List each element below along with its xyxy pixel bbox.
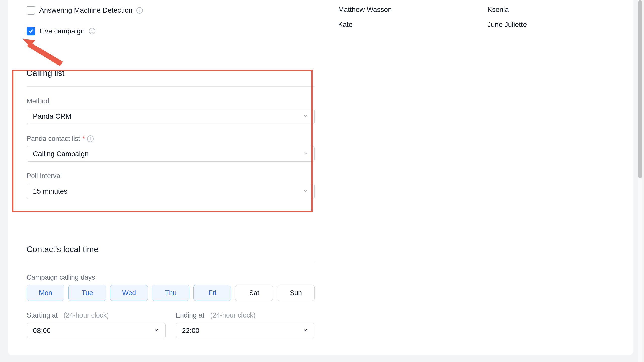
chevron-down-icon bbox=[303, 150, 308, 158]
required-star: * bbox=[82, 135, 85, 143]
method-label: Method bbox=[27, 97, 315, 105]
chevron-down-icon bbox=[303, 187, 308, 195]
method-select[interactable]: Panda CRM bbox=[27, 109, 315, 124]
agent-name[interactable]: June Juliette bbox=[487, 17, 527, 32]
day-toggle-sun[interactable]: Sun bbox=[277, 285, 315, 301]
day-toggle-mon[interactable]: Mon bbox=[27, 285, 64, 301]
amd-label: Answering Machine Detection bbox=[39, 6, 132, 14]
contact-list-field: Panda contact list * Calling Campaign bbox=[27, 135, 315, 162]
contact-list-select[interactable]: Calling Campaign bbox=[27, 146, 315, 162]
day-toggle-wed[interactable]: Wed bbox=[110, 285, 148, 301]
starting-at-field: Starting at (24-hour clock) 08:00 bbox=[27, 311, 166, 338]
agent-name[interactable]: Kate bbox=[338, 17, 392, 32]
info-icon[interactable] bbox=[89, 28, 95, 34]
divider bbox=[27, 86, 315, 87]
poll-interval-value: 15 minutes bbox=[33, 187, 67, 195]
live-campaign-label: Live campaign bbox=[39, 27, 85, 35]
scrollbar-thumb[interactable] bbox=[638, 0, 642, 178]
calling-days-label: Campaign calling days bbox=[27, 274, 315, 281]
section-title-local-time: Contact's local time bbox=[27, 245, 315, 254]
info-icon[interactable] bbox=[87, 135, 94, 142]
answering-machine-detection-row: Answering Machine Detection bbox=[27, 6, 143, 15]
live-campaign-checkbox[interactable] bbox=[27, 27, 35, 35]
ending-at-label: Ending at (24-hour clock) bbox=[176, 311, 314, 319]
divider bbox=[27, 263, 315, 263]
info-icon[interactable] bbox=[136, 7, 143, 14]
starting-at-select[interactable]: 08:00 bbox=[27, 323, 166, 338]
agent-name[interactable]: Matthew Wasson bbox=[338, 2, 392, 17]
day-toggle-tue[interactable]: Tue bbox=[68, 285, 106, 301]
day-toggle-sat[interactable]: Sat bbox=[235, 285, 273, 301]
starting-at-label: Starting at (24-hour clock) bbox=[27, 311, 166, 319]
settings-card: Answering Machine Detection Live campaig… bbox=[8, 0, 633, 355]
starting-at-value: 08:00 bbox=[33, 327, 51, 335]
amd-checkbox[interactable] bbox=[27, 6, 35, 15]
time-row: Starting at (24-hour clock) 08:00 Ending… bbox=[27, 311, 315, 338]
method-value: Panda CRM bbox=[33, 112, 71, 120]
ending-at-select[interactable]: 22:00 bbox=[176, 323, 314, 338]
chevron-down-icon bbox=[154, 327, 159, 335]
poll-interval-field: Poll interval 15 minutes bbox=[27, 172, 315, 199]
ending-at-value: 22:00 bbox=[182, 327, 199, 335]
chevron-down-icon bbox=[303, 112, 308, 120]
local-time-section: Contact's local time Campaign calling da… bbox=[27, 245, 315, 338]
calling-days-row: MonTueWedThuFriSatSun bbox=[27, 285, 315, 301]
method-field: Method Panda CRM bbox=[27, 97, 315, 124]
calling-list-section: Calling list Method Panda CRM Panda cont… bbox=[27, 68, 315, 199]
contact-list-value: Calling Campaign bbox=[33, 150, 89, 158]
contact-list-label: Panda contact list * bbox=[27, 135, 315, 143]
day-toggle-thu[interactable]: Thu bbox=[152, 285, 190, 301]
chevron-down-icon bbox=[303, 327, 308, 335]
day-toggle-fri[interactable]: Fri bbox=[193, 285, 231, 301]
ending-at-field: Ending at (24-hour clock) 22:00 bbox=[176, 311, 314, 338]
poll-interval-label: Poll interval bbox=[27, 172, 315, 180]
section-title-calling-list: Calling list bbox=[27, 68, 315, 78]
live-campaign-row: Live campaign bbox=[27, 27, 95, 35]
agent-name[interactable]: Ksenia bbox=[487, 2, 527, 17]
poll-interval-select[interactable]: 15 minutes bbox=[27, 184, 315, 199]
